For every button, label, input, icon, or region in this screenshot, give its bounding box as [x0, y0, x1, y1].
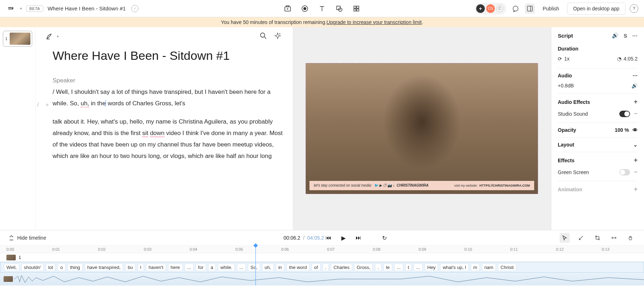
document-title[interactable]: Where Have I Been - Sitdown #1 — [48, 5, 126, 11]
script-editor[interactable]: ▾ Where Have I Been - Sitdown #1 Speaker… — [35, 27, 293, 230]
hand-tool[interactable] — [625, 233, 635, 243]
audio-more-button[interactable]: ⋯ — [633, 73, 638, 78]
write-mode-chevron-icon[interactable]: ▾ — [57, 34, 59, 38]
timeline-word[interactable]: Christi — [498, 264, 516, 271]
add-effect-button[interactable]: + — [634, 157, 638, 164]
word-track[interactable]: Well,shouldn'lotothinghave transpired,bu… — [0, 262, 644, 273]
layout-chevron-icon[interactable]: ⌄ — [633, 142, 638, 148]
waveform-track[interactable] — [0, 273, 644, 285]
hide-timeline-button[interactable]: Hide timeline — [9, 235, 46, 241]
video-canvas[interactable]: let's stay connected on social media: 🐦 … — [306, 63, 538, 194]
timeline-word[interactable]: nam — [482, 264, 496, 271]
script-title[interactable]: Where Have I Been - Sitdown #1 — [45, 49, 286, 63]
timeline-word[interactable]: lot — [46, 264, 56, 271]
open-desktop-button[interactable]: Open in desktop app — [567, 3, 625, 15]
speed-badge[interactable]: S — [624, 33, 627, 39]
search-button[interactable] — [260, 32, 268, 40]
play-button[interactable]: ▶ — [341, 235, 346, 241]
speaker-icon[interactable]: 🔊 — [612, 32, 619, 39]
fit-tool[interactable] — [609, 233, 619, 243]
app-menu-button[interactable] — [6, 4, 16, 14]
add-collaborator-button[interactable]: + — [476, 4, 485, 13]
word-uh[interactable]: uh, — [80, 100, 89, 107]
studio-sound-toggle[interactable] — [619, 111, 630, 117]
timeline-word[interactable]: shouldn' — [21, 264, 44, 271]
timeline-word[interactable]: le — [384, 264, 392, 271]
timeline-word[interactable]: uh, — [262, 264, 274, 271]
write-mode-button[interactable] — [45, 32, 53, 40]
timeline-word[interactable]: here — [168, 264, 182, 271]
record-button[interactable] — [301, 4, 309, 13]
timeline-word[interactable]: o — [58, 264, 65, 271]
app-menu-chevron-icon[interactable]: ▾ — [20, 6, 22, 10]
timeline-word[interactable]: in — [276, 264, 284, 271]
timeline-word[interactable]: Well, — [4, 264, 19, 271]
skip-back-button[interactable]: ⏮ — [326, 235, 331, 241]
paragraph-1[interactable]: / + / Well, I shouldn't say a lot of thi… — [45, 86, 286, 110]
add-block-button[interactable]: + — [44, 99, 50, 111]
gain-value[interactable]: +0.8dB — [558, 83, 574, 88]
timeline-word[interactable]: . — [375, 264, 381, 271]
svg-rect-12 — [354, 9, 356, 11]
timeline-word[interactable]: for — [196, 264, 206, 271]
word-sit[interactable]: sit — [142, 130, 148, 137]
visibility-icon[interactable]: 👁 — [633, 127, 638, 133]
playback-speed[interactable]: 1x — [564, 56, 570, 62]
remove-studio-sound-button[interactable]: − — [634, 110, 638, 117]
volume-icon[interactable]: 🔊 — [631, 83, 638, 88]
upgrade-link[interactable]: Upgrade to increase your transcription l… — [327, 19, 422, 25]
timeline[interactable]: 0:000:010:020:030:040:050:060:070:080:09… — [0, 245, 644, 285]
media-button[interactable] — [283, 4, 292, 13]
timeline-word[interactable]: haven't — [146, 264, 166, 271]
timeline-word[interactable]: Charles — [331, 264, 352, 271]
paragraph-2[interactable]: talk about it. Hey, what's up, hello, my… — [45, 116, 286, 162]
collaborators[interactable]: + CG C — [475, 3, 506, 14]
timeline-word[interactable]: the word — [287, 264, 309, 271]
opacity-value[interactable]: 100 % — [615, 127, 629, 133]
skip-forward-button[interactable]: ⏭ — [356, 235, 361, 241]
green-screen-toggle[interactable] — [619, 169, 630, 176]
timeline-word[interactable]: ... — [237, 264, 246, 271]
speaker-label[interactable]: Speaker — [45, 77, 286, 84]
shapes-button[interactable] — [335, 4, 343, 13]
remove-green-screen-button[interactable]: − — [634, 168, 638, 176]
timeline-word[interactable]: what's up, I — [440, 264, 468, 271]
timeline-word[interactable]: I — [138, 264, 144, 271]
slash-command-button[interactable]: / — [35, 99, 41, 111]
timeline-word[interactable]: . — [323, 264, 329, 271]
timeline-ruler[interactable]: 0:000:010:020:030:040:050:060:070:080:09… — [0, 245, 644, 253]
panel-toggle-button[interactable] — [525, 4, 535, 14]
timeline-word[interactable]: a — [208, 264, 216, 271]
crop-tool[interactable] — [592, 233, 602, 243]
add-audio-effect-button[interactable]: + — [634, 98, 638, 106]
loop-button[interactable]: ↻ — [382, 235, 387, 241]
timeline-word[interactable]: thing — [68, 264, 83, 271]
timeline-word[interactable]: t — [405, 264, 412, 271]
more-menu-button[interactable]: ⋯ — [632, 32, 638, 39]
timeline-word[interactable]: m — [471, 264, 480, 271]
timeline-word[interactable]: while. — [218, 264, 235, 271]
timeline-word[interactable]: ... — [185, 264, 194, 271]
help-button[interactable]: ? — [630, 4, 638, 13]
blade-tool[interactable] — [576, 233, 586, 243]
avatar-cg[interactable]: CG — [486, 4, 495, 13]
pointer-tool[interactable] — [560, 233, 570, 243]
scene-track[interactable]: 1 — [0, 253, 644, 262]
timeline-word[interactable]: ... — [394, 264, 403, 271]
add-animation-button[interactable]: + — [634, 186, 638, 193]
timeline-word[interactable]: ... — [414, 264, 423, 271]
timeline-word[interactable]: Hey — [425, 264, 438, 271]
timeline-word[interactable]: Gross, — [354, 264, 373, 271]
word-down[interactable]: down — [150, 130, 165, 137]
templates-button[interactable] — [352, 4, 361, 13]
timeline-word[interactable]: of — [312, 264, 321, 271]
text-button[interactable] — [318, 4, 326, 13]
timeline-word[interactable]: have transpired, — [85, 264, 123, 271]
comments-button[interactable] — [511, 4, 521, 14]
publish-button[interactable]: Publish — [539, 4, 563, 14]
timeline-word[interactable]: bu — [125, 264, 135, 271]
timeline-word[interactable]: So, — [248, 264, 260, 271]
scene-thumb-1[interactable]: 1 — [3, 31, 32, 47]
ai-actions-button[interactable] — [274, 32, 282, 40]
avatar-c[interactable]: C — [496, 5, 503, 12]
